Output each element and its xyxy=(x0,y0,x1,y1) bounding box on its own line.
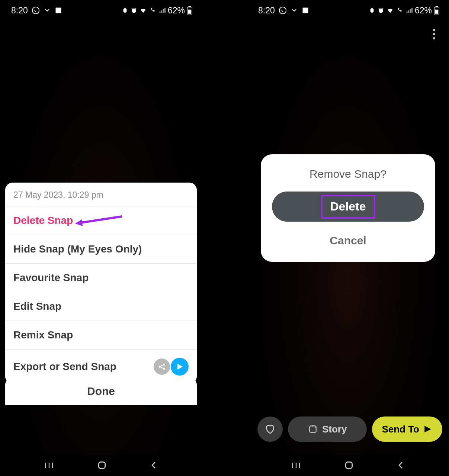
signal-icon xyxy=(406,7,413,14)
battery-icon xyxy=(434,6,439,15)
svg-rect-23 xyxy=(346,462,352,468)
edit-snap-item[interactable]: Edit Snap xyxy=(5,292,197,321)
phone-right-screenshot: 8:20 62% Remove Snap? Delete Cancel xyxy=(247,0,449,476)
status-time: 8:20 xyxy=(258,6,275,16)
more-dot-icon xyxy=(433,29,435,31)
favourite-snap-item[interactable]: Favourite Snap xyxy=(5,264,197,292)
menu-timestamp: 27 May 2023, 10:29 pm xyxy=(5,183,197,206)
done-label: Done xyxy=(87,385,115,397)
missed-call-icon xyxy=(291,7,298,14)
recents-icon[interactable] xyxy=(44,460,54,470)
whatsapp-icon xyxy=(279,6,287,15)
svg-rect-12 xyxy=(99,462,105,468)
delete-snap-item[interactable]: Delete Snap xyxy=(5,206,197,235)
dialog-cancel-button[interactable]: Cancel xyxy=(272,231,424,251)
favourite-snap-label: Favourite Snap xyxy=(13,272,89,284)
remix-snap-label: Remix Snap xyxy=(13,329,73,341)
volte-icon xyxy=(149,7,157,14)
svg-rect-5 xyxy=(189,6,191,7)
status-bar: 8:20 62% xyxy=(247,0,449,21)
hide-snap-label: Hide Snap (My Eyes Only) xyxy=(13,243,142,255)
bottom-action-bar: Story Send To xyxy=(257,416,442,442)
story-label: Story xyxy=(322,424,347,435)
whatsapp-icon xyxy=(32,6,40,15)
dialog-delete-button[interactable]: Delete xyxy=(272,192,424,222)
home-icon[interactable] xyxy=(97,460,107,470)
remix-snap-item[interactable]: Remix Snap xyxy=(5,321,197,350)
remove-snap-dialog: Remove Snap? Delete Cancel xyxy=(261,154,435,262)
recents-icon[interactable] xyxy=(291,460,301,470)
image-icon xyxy=(302,7,309,14)
notification-icon xyxy=(369,7,375,14)
more-dot-icon xyxy=(433,37,435,39)
back-icon[interactable] xyxy=(397,461,405,470)
home-icon[interactable] xyxy=(344,460,354,470)
send-to-button[interactable]: Send To xyxy=(372,416,442,442)
hide-snap-item[interactable]: Hide Snap (My Eyes Only) xyxy=(5,235,197,264)
back-icon[interactable] xyxy=(150,461,158,470)
status-time: 8:20 xyxy=(11,6,28,16)
image-icon xyxy=(55,7,62,14)
nav-bar xyxy=(0,454,202,476)
arrow-annotation-icon xyxy=(74,215,123,226)
svg-rect-1 xyxy=(55,8,61,13)
svg-rect-4 xyxy=(188,10,192,14)
send-arrow-icon xyxy=(423,424,433,434)
cancel-button-label: Cancel xyxy=(330,234,366,247)
share-icon[interactable] xyxy=(154,358,170,375)
edit-snap-label: Edit Snap xyxy=(13,300,61,312)
missed-call-icon xyxy=(44,7,51,14)
more-dot-icon xyxy=(433,33,435,35)
story-button[interactable]: Story xyxy=(288,416,367,442)
battery-percent: 62% xyxy=(168,6,185,16)
favourite-button[interactable] xyxy=(257,416,283,442)
svg-point-0 xyxy=(32,7,39,14)
phone-left-screenshot: 8:20 62% 27 May 2023, 10:29 pm Delete Sn… xyxy=(0,0,202,476)
export-snap-label: Export or Send Snap xyxy=(13,361,116,373)
nav-bar xyxy=(247,454,449,476)
status-bar: 8:20 62% xyxy=(0,0,202,21)
options-sheet: 27 May 2023, 10:29 pm Delete Snap Hide S… xyxy=(5,183,197,384)
delete-snap-label: Delete Snap xyxy=(13,215,73,226)
svg-rect-19 xyxy=(310,426,316,432)
wifi-icon xyxy=(387,7,394,14)
highlight-annotation xyxy=(321,195,375,219)
story-icon xyxy=(308,424,318,434)
svg-point-2 xyxy=(132,9,136,13)
battery-icon xyxy=(187,6,192,15)
dialog-title: Remove Snap? xyxy=(272,168,424,180)
more-options-button[interactable] xyxy=(427,27,442,42)
svg-rect-14 xyxy=(302,8,308,13)
svg-rect-17 xyxy=(435,10,439,14)
signal-icon xyxy=(159,7,166,14)
svg-point-13 xyxy=(279,7,286,14)
done-button[interactable]: Done xyxy=(5,377,197,405)
sendto-label: Send To xyxy=(382,424,419,435)
alarm-icon xyxy=(131,7,137,14)
alarm-icon xyxy=(378,7,384,14)
volte-icon xyxy=(396,7,404,14)
svg-point-15 xyxy=(379,9,383,13)
send-icon[interactable] xyxy=(171,358,189,376)
wifi-icon xyxy=(139,7,147,14)
battery-percent: 62% xyxy=(415,6,432,16)
heart-icon xyxy=(264,424,276,435)
svg-rect-18 xyxy=(436,6,438,7)
notification-icon xyxy=(122,7,128,14)
